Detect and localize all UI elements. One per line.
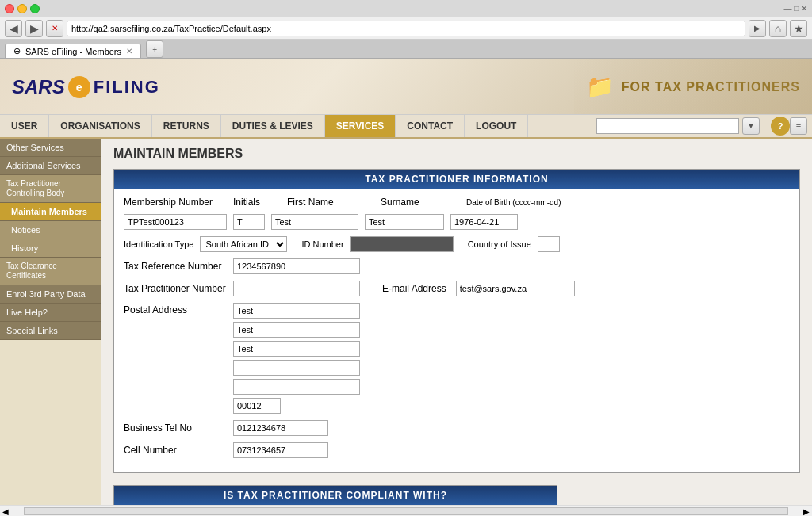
- form-row-labels: Membership Number Initials First Name Su…: [124, 197, 790, 208]
- tax-pract-num-input[interactable]: [233, 281, 360, 296]
- tab-icon: ⊕: [13, 46, 21, 56]
- tax-practitioner-info-body: Membership Number Initials First Name Su…: [114, 189, 799, 472]
- minimize-btn[interactable]: [17, 4, 27, 13]
- home-button[interactable]: ⌂: [769, 20, 787, 37]
- compliance-header: IS TAX PRACTITIONER COMPLIANT WITH?: [114, 486, 557, 505]
- id-number-label: ID Number: [301, 239, 343, 249]
- nav-services[interactable]: SERVICES: [325, 115, 396, 137]
- tab-close-button[interactable]: ✕: [126, 47, 132, 55]
- email-label: E-mail Address: [382, 283, 446, 294]
- form-row-postal: Postal Address: [124, 303, 790, 414]
- page-title: MAINTAIN MEMBERS: [113, 147, 800, 161]
- header-decoration: [574, 59, 812, 115]
- tax-pract-num-label: Tax Practitioner Number: [124, 283, 227, 294]
- main-layout: Other Services Additional Services Tax P…: [0, 139, 812, 505]
- go-button[interactable]: ▶: [749, 20, 766, 37]
- nav-search-input[interactable]: [596, 118, 739, 134]
- surname-label: Surname: [381, 197, 460, 208]
- nav-contact[interactable]: CONTACT: [396, 115, 465, 137]
- stop-button[interactable]: ✕: [46, 20, 63, 37]
- nav-extra-button[interactable]: ≡: [790, 117, 807, 135]
- form-row-business-tel: Business Tel No: [124, 420, 790, 436]
- id-type-select[interactable]: South African ID Passport: [200, 236, 287, 252]
- site-header: SARS e FILING 📁 FOR TAX PRACTITIONERS: [0, 59, 812, 115]
- sidebar-item-other-services[interactable]: Other Services: [0, 139, 101, 157]
- form-row-cell: Cell Number: [124, 442, 790, 458]
- sidebar-item-enrol-3rd-party[interactable]: Enrol 3rd Party Data: [0, 285, 101, 304]
- tab-label: SARS eFiling - Members: [25, 47, 121, 56]
- postal-line4-input[interactable]: [233, 360, 360, 376]
- scroll-right-button[interactable]: ▶: [801, 507, 812, 516]
- sidebar-item-additional-services[interactable]: Additional Services: [0, 157, 101, 175]
- sars-wordmark: SARS: [12, 76, 65, 98]
- nav-search-area: ▼: [588, 117, 768, 135]
- tax-practitioner-info-header: TAX PRACTITIONER INFORMATION: [114, 170, 799, 189]
- sidebar-item-live-help[interactable]: Live Help?: [0, 304, 101, 322]
- business-tel-input[interactable]: [233, 420, 328, 436]
- address-bar[interactable]: [67, 21, 745, 36]
- forward-button[interactable]: ▶: [25, 20, 43, 37]
- sidebar: Other Services Additional Services Tax P…: [0, 139, 102, 505]
- content-area: MAINTAIN MEMBERS TAX PRACTITIONER INFORM…: [102, 139, 812, 505]
- nav-search-dropdown[interactable]: ▼: [742, 117, 760, 135]
- back-button[interactable]: ◀: [5, 20, 22, 37]
- cell-input[interactable]: [233, 442, 328, 458]
- help-button[interactable]: ?: [771, 117, 790, 136]
- surname-input[interactable]: [365, 214, 444, 230]
- sidebar-item-maintain-members[interactable]: Maintain Members: [0, 203, 101, 221]
- postal-line3-input[interactable]: [233, 341, 360, 357]
- postal-inputs: [233, 303, 360, 414]
- form-row-tp-email: Tax Practitioner Number E-mail Address: [124, 281, 790, 296]
- efiling-e-badge: e: [68, 76, 90, 98]
- form-row-member-values: [124, 214, 790, 230]
- email-input[interactable]: [456, 281, 575, 296]
- page-content: SARS e FILING 📁 FOR TAX PRACTITIONERS US…: [0, 59, 812, 516]
- scroll-track[interactable]: [24, 507, 788, 515]
- nav-logout[interactable]: LOGOUT: [465, 115, 528, 137]
- sidebar-item-notices[interactable]: Notices: [0, 221, 101, 239]
- cell-label: Cell Number: [124, 445, 227, 456]
- browser-chrome: — □ ✕ ◀ ▶ ✕ ▶ ⌂ ★ ⊕ SARS eFiling - Membe…: [0, 0, 812, 59]
- sidebar-item-tax-clearance[interactable]: Tax Clearance Certificates: [0, 258, 101, 285]
- id-number-input[interactable]: [350, 236, 454, 252]
- initials-label: Initials: [233, 197, 281, 208]
- maximize-btn[interactable]: [30, 4, 40, 13]
- close-btn[interactable]: [5, 4, 14, 13]
- dob-label: Date of Birth (cccc-mm-dd): [466, 198, 561, 207]
- browser-toolbar: ◀ ▶ ✕ ▶ ⌂ ★: [0, 17, 812, 40]
- scroll-left-button[interactable]: ◀: [0, 507, 11, 516]
- postal-label: Postal Address: [124, 303, 227, 315]
- tax-ref-label: Tax Reference Number: [124, 261, 227, 272]
- compliance-box: IS TAX PRACTITIONER COMPLIANT WITH? Tax …: [113, 485, 557, 505]
- form-row-id: Identification Type South African ID Pas…: [124, 236, 790, 252]
- sidebar-item-tax-practitioner-body[interactable]: Tax Practitioner Controlling Body: [0, 175, 101, 203]
- initials-input[interactable]: [233, 214, 265, 230]
- postal-line1-input[interactable]: [233, 303, 360, 319]
- browser-titlebar: — □ ✕: [0, 0, 812, 17]
- favorites-button[interactable]: ★: [790, 20, 807, 37]
- tax-practitioner-info-box: TAX PRACTITIONER INFORMATION Membership …: [113, 169, 800, 473]
- nav-organisations[interactable]: ORGANISATIONS: [49, 115, 151, 137]
- first-name-input[interactable]: [271, 214, 358, 230]
- id-type-label: Identification Type: [124, 239, 193, 250]
- country-issue-input[interactable]: [538, 236, 560, 252]
- nav-user[interactable]: USER: [0, 115, 49, 137]
- nav-returns[interactable]: RETURNS: [152, 115, 221, 137]
- business-tel-label: Business Tel No: [124, 422, 227, 434]
- first-name-label: First Name: [287, 197, 374, 208]
- sidebar-item-special-links[interactable]: Special Links: [0, 322, 101, 340]
- bottom-scrollbar[interactable]: ◀ ▶: [0, 505, 812, 516]
- nav-duties-levies[interactable]: DUTIES & LEVIES: [221, 115, 325, 137]
- tax-ref-input[interactable]: [233, 258, 360, 274]
- membership-number-input[interactable]: [124, 214, 227, 230]
- new-tab-button[interactable]: +: [146, 40, 163, 58]
- form-row-tax-ref: Tax Reference Number: [124, 258, 790, 274]
- postal-line5-input[interactable]: [233, 379, 360, 395]
- country-issue-label: Country of Issue: [468, 239, 531, 250]
- dob-input[interactable]: [450, 214, 518, 230]
- titlebar-right: — □ ✕: [783, 4, 807, 13]
- postal-line2-input[interactable]: [233, 322, 360, 338]
- postal-code-input[interactable]: [233, 398, 281, 414]
- active-tab[interactable]: ⊕ SARS eFiling - Members ✕: [5, 44, 141, 58]
- sidebar-item-history[interactable]: History: [0, 239, 101, 258]
